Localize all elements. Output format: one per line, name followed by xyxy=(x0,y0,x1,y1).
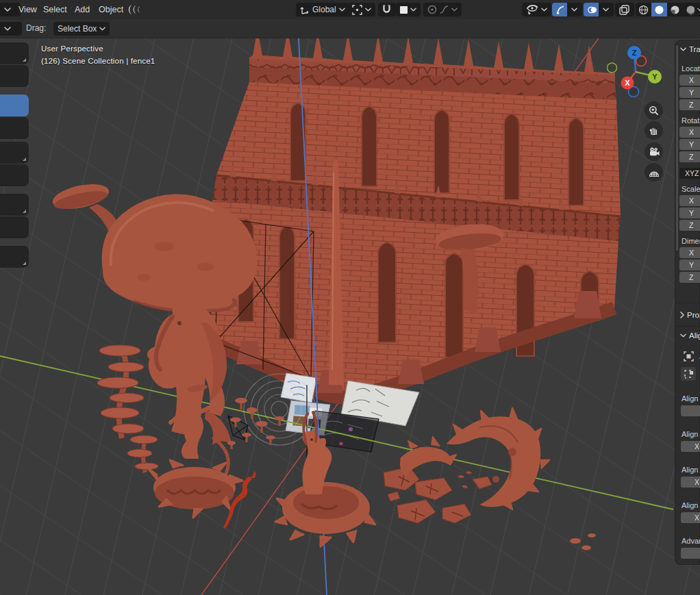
toggle-xray-button[interactable] xyxy=(615,3,634,16)
pan-hand-button[interactable] xyxy=(645,121,663,140)
zoom-button[interactable] xyxy=(645,101,663,120)
advanced-label: Advanced xyxy=(682,537,700,545)
tool-button-active[interactable] xyxy=(0,94,29,116)
gizmo-axis-neg-y[interactable] xyxy=(608,63,617,73)
orientation-label: Global xyxy=(312,5,336,14)
tool-button-9[interactable] xyxy=(0,246,29,268)
blender-window: User Perspective (126) Scene Collection … xyxy=(0,0,700,595)
chevron-down-icon xyxy=(541,8,547,12)
proportional-editing-toggle[interactable] xyxy=(423,3,462,16)
viewport-3d-scene[interactable] xyxy=(0,38,700,595)
chevron-down-icon xyxy=(603,8,609,12)
solid-sphere-icon xyxy=(654,5,664,15)
shading-dropdown[interactable] xyxy=(695,3,700,16)
overlays-dropdown[interactable] xyxy=(599,3,614,16)
chevron-right-icon xyxy=(680,312,684,318)
magnet-icon xyxy=(382,5,391,14)
chevron-down-icon xyxy=(99,27,105,31)
tool-button-2[interactable] xyxy=(0,65,29,87)
shading-solid-button[interactable] xyxy=(651,3,667,16)
chevron-down-icon xyxy=(4,27,11,31)
rotation-mode-dropdown[interactable]: XYZ Euler xyxy=(679,168,700,179)
shading-material-button[interactable] xyxy=(667,3,683,16)
toggle-ortho-grid-button[interactable] xyxy=(645,163,663,181)
svg-text:X: X xyxy=(625,79,630,87)
proportional-circle-icon xyxy=(427,5,437,14)
menu-object[interactable]: Object xyxy=(94,3,128,16)
sidebar-n-panel: Transform Location X Y Z Rotation X Y Z … xyxy=(675,40,700,565)
location-x-field[interactable]: X xyxy=(679,75,700,86)
chevron-down-icon xyxy=(680,333,686,338)
chevron-down-icon xyxy=(680,47,686,51)
chevron-down-icon xyxy=(410,8,416,12)
align-row1-label: Align xyxy=(682,394,698,403)
dimensions-z-field[interactable]: Z xyxy=(679,272,700,283)
increment-snap-icon xyxy=(400,6,408,14)
viewport-overlay-collection: (126) Scene Collection | fence1 xyxy=(41,57,155,65)
scale-z-field[interactable]: Z xyxy=(679,220,700,231)
camera-view-button[interactable] xyxy=(645,142,663,161)
location-label: Location xyxy=(682,64,700,73)
gizmo-axis-z[interactable]: Z xyxy=(627,46,641,60)
dimensions-x-field[interactable]: X xyxy=(679,247,700,258)
align-x-button-2[interactable]: X xyxy=(681,477,700,488)
object-debris[interactable] xyxy=(458,471,472,488)
transform-orientation-button[interactable]: Global xyxy=(296,3,349,16)
gizmo-dropdown[interactable] xyxy=(567,3,582,16)
object-visibility-button[interactable] xyxy=(522,3,551,16)
viewport-header: View Select Add Object Global xyxy=(0,0,700,20)
tool-button-8[interactable] xyxy=(0,216,29,238)
shading-wireframe-button[interactable] xyxy=(636,3,651,16)
gizmo-axis-y[interactable]: Y xyxy=(648,70,662,84)
align-mode-icon-button[interactable] xyxy=(681,367,696,381)
transform-panel-header[interactable]: Transform xyxy=(680,45,700,53)
tool-settings-bar: Drag: Select Box xyxy=(0,19,700,38)
tool-button-4[interactable] xyxy=(0,117,29,139)
toolbar xyxy=(0,42,29,268)
menu-add[interactable]: Add xyxy=(70,3,95,16)
align-active-icon-toggle[interactable] xyxy=(681,349,696,363)
material-sphere-icon xyxy=(670,5,680,15)
select-box-dropdown[interactable]: Select Box xyxy=(53,22,110,36)
svg-text:Y: Y xyxy=(652,73,658,81)
navigation-gizmo[interactable]: Z Y X xyxy=(607,41,666,104)
object-fence-wall[interactable] xyxy=(211,38,621,397)
menu-select[interactable]: Select xyxy=(38,3,72,16)
tool-button-6[interactable] xyxy=(0,164,29,186)
scale-x-field[interactable]: X xyxy=(679,195,700,206)
drag-label: Drag: xyxy=(26,23,46,33)
location-z-field[interactable]: Z xyxy=(679,99,700,110)
properties-panel-header[interactable]: Properties xyxy=(680,311,700,319)
rotation-y-field[interactable]: Y xyxy=(679,139,700,150)
tool-button-7[interactable] xyxy=(0,194,29,216)
chevron-down-icon xyxy=(339,8,345,12)
menu-view[interactable]: View xyxy=(14,3,42,16)
align-row3-label: Align xyxy=(682,466,698,474)
align-panel-header[interactable]: Align xyxy=(680,331,700,340)
pivot-icon xyxy=(352,5,362,15)
svg-text:Z: Z xyxy=(632,49,637,57)
advanced-button[interactable] xyxy=(681,548,700,559)
align-row2-label: Align xyxy=(682,430,698,438)
gizmo-axis-x[interactable]: X xyxy=(621,77,634,90)
rotation-x-field[interactable]: X xyxy=(679,127,700,138)
location-y-field[interactable]: Y xyxy=(679,87,700,98)
object-thorned-horn[interactable] xyxy=(447,408,549,509)
active-tool-dropdown[interactable] xyxy=(0,22,22,36)
xray-icon xyxy=(619,5,629,15)
align-x-button-3[interactable]: X xyxy=(681,512,700,523)
pivot-point-button[interactable] xyxy=(348,3,375,16)
tool-button-tweak[interactable] xyxy=(0,42,29,64)
scale-y-field[interactable]: Y xyxy=(679,207,700,218)
tool-button-5[interactable] xyxy=(0,142,29,164)
object-rock-slabs[interactable] xyxy=(384,467,492,523)
snap-target-button[interactable] xyxy=(396,3,421,16)
dimensions-y-field[interactable]: Y xyxy=(679,259,700,270)
chevron-down-icon xyxy=(365,8,371,12)
align-x-button-1[interactable]: X xyxy=(681,441,700,452)
snap-magnet-toggle[interactable] xyxy=(378,3,396,16)
panel-scrollbar[interactable] xyxy=(676,45,678,251)
scale-label: Scale xyxy=(682,185,700,193)
rotation-z-field[interactable]: Z xyxy=(679,151,700,162)
align-row1-button[interactable] xyxy=(681,405,700,416)
